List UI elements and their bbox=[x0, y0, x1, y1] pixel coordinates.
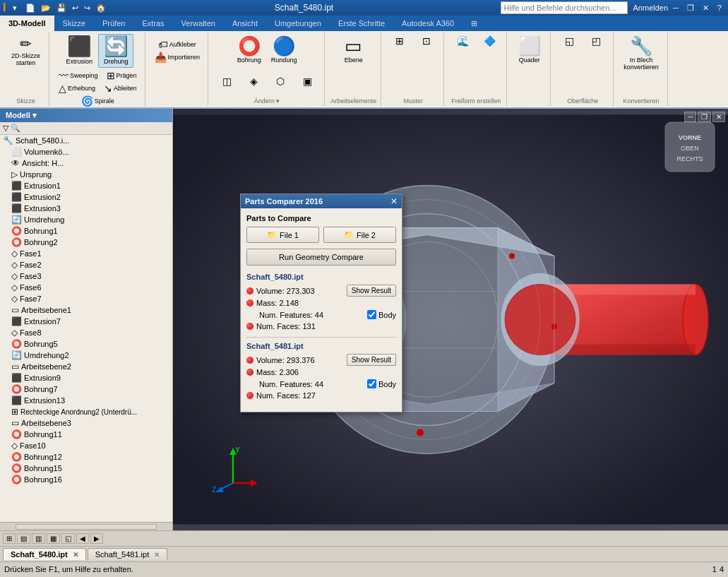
part2-show-result-button[interactable]: Show Result bbox=[347, 354, 396, 366]
run-geometry-compare-button[interactable]: Run Geometry Compare bbox=[246, 249, 396, 266]
muster-btn-2[interactable]: ⊡ bbox=[414, 34, 439, 48]
tab-ansicht[interactable]: Ansicht bbox=[224, 16, 266, 31]
tab-erste-schritte[interactable]: Erste Schritte bbox=[330, 16, 393, 31]
freiform-btn-2[interactable]: 🔷 bbox=[477, 34, 502, 48]
view-btn-grid1[interactable]: ⊞ bbox=[3, 533, 16, 544]
blech-button[interactable]: 🔧 In Blechkonvertieren bbox=[619, 34, 663, 73]
ebene-button[interactable]: ▭ Ebene bbox=[338, 34, 369, 66]
tree-item-bohrung7[interactable]: ⭕ Bohrung7 bbox=[0, 383, 172, 395]
tab-schaft-5481[interactable]: Schaft_5481.ipt ✕ bbox=[88, 548, 168, 560]
tree-item-umdrehung2[interactable]: 🔄 Umdrehung2 bbox=[0, 350, 172, 361]
tree-item-root[interactable]: 🔧 Schaft_5480.i... bbox=[0, 135, 172, 146]
file2-button[interactable]: 📁 File 2 bbox=[323, 227, 396, 243]
tab-schaft-5480-close[interactable]: ✕ bbox=[73, 551, 78, 559]
home-icon[interactable]: 🏠 bbox=[95, 4, 107, 13]
viewport[interactable]: VORNE OBEN RECHTS ─ ❐ ✕ Y bbox=[173, 109, 728, 530]
save-icon[interactable]: 💾 bbox=[55, 4, 68, 13]
view-btn-prev[interactable]: ◀ bbox=[76, 533, 89, 544]
2d-skizze-button[interactable]: ✏ 2D-Skizzestarten bbox=[7, 34, 44, 69]
navcube[interactable]: VORNE OBEN RECHTS bbox=[662, 119, 718, 175]
search-input[interactable] bbox=[504, 4, 624, 12]
modify-btn-1[interactable]: ◫ bbox=[214, 74, 239, 88]
aufkleber-button[interactable]: 🏷 Aufkleber bbox=[155, 38, 200, 51]
tab-schaft-5480[interactable]: Schaft_5480.ipt ✕ bbox=[3, 548, 86, 560]
tree-item-bohrung1[interactable]: ⭕ Bohrung1 bbox=[0, 225, 172, 237]
modify-btn-3[interactable]: ⬡ bbox=[268, 74, 293, 88]
tab-more[interactable]: ⊞ bbox=[463, 16, 486, 31]
tree-item-volumen[interactable]: ⬜ Volumenkö... bbox=[0, 146, 172, 157]
tab-pruefen[interactable]: Prüfen bbox=[94, 16, 133, 31]
importieren-button[interactable]: 📥 Importieren bbox=[151, 51, 204, 64]
quader-button[interactable]: ⬜ Quader bbox=[514, 34, 545, 66]
view-btn-grid2[interactable]: ▤ bbox=[17, 533, 30, 544]
tree-item-fase3[interactable]: ◇ Fase3 bbox=[0, 270, 172, 282]
freiform-btn-1[interactable]: 🌊 bbox=[450, 34, 475, 48]
tree-item-fase6[interactable]: ◇ Fase6 bbox=[0, 282, 172, 293]
tab-umgebungen[interactable]: Umgebungen bbox=[266, 16, 330, 31]
extrusion-button[interactable]: ⬛ Extrusion bbox=[61, 34, 97, 68]
modify-btn-4[interactable]: ▣ bbox=[294, 74, 320, 88]
user-signin[interactable]: Anmelden bbox=[633, 4, 669, 12]
tree-item-bohrung16[interactable]: ⭕ Bohrung16 bbox=[0, 474, 172, 485]
part1-body-checkbox[interactable] bbox=[367, 310, 376, 319]
tree-item-extrusion3[interactable]: ⬛ Extrusion3 bbox=[0, 203, 172, 214]
tree-item-bohrung11[interactable]: ⭕ Bohrung11 bbox=[0, 429, 172, 440]
window-minimize-button[interactable]: ─ bbox=[669, 3, 682, 13]
view-btn-corner[interactable]: ◱ bbox=[61, 533, 75, 544]
sweeping-button[interactable]: 〰 Sweeping bbox=[55, 69, 102, 82]
viewport-minimize-button[interactable]: ─ bbox=[684, 112, 696, 122]
sidebar-scrollbar-area[interactable] bbox=[0, 522, 172, 530]
search-icon[interactable]: 🔍 bbox=[11, 124, 20, 133]
undo-icon[interactable]: ↩ bbox=[71, 4, 80, 13]
tree-item-extrusion1[interactable]: ⬛ Extrusion1 bbox=[0, 180, 172, 191]
tree-item-fase10[interactable]: ◇ Fase10 bbox=[0, 440, 172, 451]
view-btn-grid4[interactable]: ▦ bbox=[47, 533, 60, 544]
view-btn-grid3[interactable]: ▥ bbox=[32, 533, 45, 544]
sidebar-header[interactable]: Modell ▾ bbox=[0, 109, 172, 122]
tree-item-extrusion13[interactable]: ⬛ Extrusion13 bbox=[0, 395, 172, 406]
view-btn-next[interactable]: ▶ bbox=[90, 533, 103, 544]
redo-icon[interactable]: ↪ bbox=[83, 4, 92, 13]
tab-autodesk-a360[interactable]: Autodesk A360 bbox=[393, 16, 463, 31]
file-menu[interactable]: ▾ bbox=[8, 4, 21, 13]
spirale-button[interactable]: 🌀 Spirale bbox=[78, 95, 118, 107]
tree-item-ursprung[interactable]: ▷ Ursprung bbox=[0, 169, 172, 180]
window-close-button[interactable]: ✕ bbox=[699, 3, 712, 13]
tab-verwalten[interactable]: Verwalten bbox=[173, 16, 224, 31]
tree-item-arbeitsebene3[interactable]: ▭ Arbeitsebene3 bbox=[0, 417, 172, 429]
erhebung-button[interactable]: △ Erhebung bbox=[55, 82, 99, 95]
tab-3d-modell[interactable]: 3D-Modell bbox=[0, 16, 54, 31]
dialog-close-button[interactable]: ✕ bbox=[390, 196, 398, 206]
filter-icon[interactable]: ▽ bbox=[3, 124, 8, 133]
muster-btn-1[interactable]: ⊞ bbox=[387, 34, 412, 48]
help-button[interactable]: ? bbox=[714, 3, 725, 13]
praegen-button[interactable]: ⊞ Prägen bbox=[103, 69, 141, 82]
tree-item-fase7[interactable]: ◇ Fase7 bbox=[0, 293, 172, 304]
tree-item-extrusion7[interactable]: ⬛ Extrusion7 bbox=[0, 316, 172, 327]
tree-item-fase2[interactable]: ◇ Fase2 bbox=[0, 259, 172, 270]
tree-item-extrusion2[interactable]: ⬛ Extrusion2 bbox=[0, 191, 172, 203]
tree-item-bohrung5[interactable]: ⭕ Bohrung5 bbox=[0, 338, 172, 350]
tree-item-ansicht[interactable]: 👁 Ansicht: H... bbox=[0, 157, 172, 169]
tree-item-arbeitsebene2[interactable]: ▭ Arbeitsebene2 bbox=[0, 361, 172, 372]
file1-button[interactable]: 📁 File 1 bbox=[246, 227, 319, 243]
tree-item-extrusion9[interactable]: ⬛ Extrusion9 bbox=[0, 372, 172, 383]
tree-item-bohrung2[interactable]: ⭕ Bohrung2 bbox=[0, 237, 172, 248]
tab-skizze[interactable]: Skizze bbox=[54, 16, 94, 31]
tree-item-rechteckige[interactable]: ⊞ Rechteckige Anordnung2 (Unterdrü... bbox=[0, 406, 172, 417]
new-icon[interactable]: 📄 bbox=[24, 4, 37, 13]
tab-extras[interactable]: Extras bbox=[133, 16, 172, 31]
window-restore-button[interactable]: ❐ bbox=[684, 3, 698, 13]
tree-item-bohrung15[interactable]: ⭕ Bohrung15 bbox=[0, 463, 172, 474]
viewport-restore-button[interactable]: ❐ bbox=[698, 112, 711, 122]
tab-schaft-5481-close[interactable]: ✕ bbox=[154, 551, 160, 559]
oberflaeche-btn-1[interactable]: ◱ bbox=[556, 34, 582, 48]
tree-item-fase8[interactable]: ◇ Fase8 bbox=[0, 327, 172, 338]
rundung-button[interactable]: 🔵 Rundung bbox=[267, 34, 302, 66]
viewport-close-button[interactable]: ✕ bbox=[712, 112, 725, 122]
bohrung-button[interactable]: ⭕ Bohrung bbox=[233, 34, 265, 66]
tree-item-fase1[interactable]: ◇ Fase1 bbox=[0, 248, 172, 259]
part2-body-checkbox[interactable] bbox=[367, 379, 376, 388]
tree-item-umdrehung[interactable]: 🔄 Umdrehung bbox=[0, 214, 172, 225]
oberflaeche-btn-2[interactable]: ◰ bbox=[583, 34, 609, 48]
